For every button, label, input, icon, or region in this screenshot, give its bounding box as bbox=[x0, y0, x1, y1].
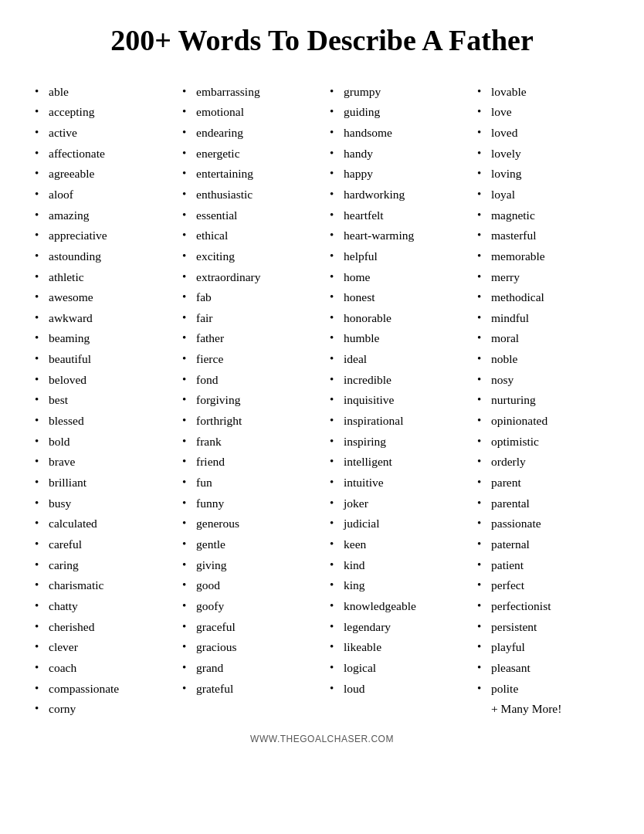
list-item: grumpy bbox=[330, 82, 462, 103]
list-item: coach bbox=[35, 658, 167, 679]
list-item: brilliant bbox=[35, 473, 167, 493]
column-1: ableacceptingactiveaffectionateagreeable… bbox=[31, 82, 171, 720]
list-item: affectionate bbox=[35, 144, 167, 164]
list-item: clever bbox=[35, 637, 167, 658]
list-item: incredible bbox=[330, 370, 462, 391]
list-item: noble bbox=[477, 349, 609, 370]
list-item: helpful bbox=[330, 246, 462, 267]
list-item: entertaining bbox=[182, 164, 314, 185]
list-item: ethical bbox=[182, 225, 314, 246]
list-item: passionate bbox=[477, 514, 609, 534]
list-item: corny bbox=[35, 699, 167, 720]
list-item: caring bbox=[35, 555, 167, 576]
list-item: energetic bbox=[182, 144, 314, 164]
list-item: emotional bbox=[182, 102, 314, 123]
list-item: nosy bbox=[477, 370, 609, 391]
list-item: nurturing bbox=[477, 390, 609, 411]
list-item: funny bbox=[182, 493, 314, 514]
list-item: heartfelt bbox=[330, 205, 462, 226]
list-item: happy bbox=[330, 164, 462, 185]
list-item: intuitive bbox=[330, 473, 462, 493]
word-list-4: lovablelovelovedlovelylovingloyalmagneti… bbox=[477, 82, 609, 700]
list-item: handy bbox=[330, 144, 462, 164]
list-item: heart-warming bbox=[330, 225, 462, 246]
list-item: gentle bbox=[182, 534, 314, 555]
list-item: pleasant bbox=[477, 658, 609, 679]
list-item: fierce bbox=[182, 349, 314, 370]
list-item: joker bbox=[330, 493, 462, 514]
list-item: parental bbox=[477, 493, 609, 514]
list-item: love bbox=[477, 102, 609, 123]
list-item: inspirational bbox=[330, 411, 462, 432]
list-item: lovely bbox=[477, 144, 609, 164]
list-item: loyal bbox=[477, 185, 609, 205]
list-item: legendary bbox=[330, 617, 462, 638]
list-item: hardworking bbox=[330, 185, 462, 205]
list-item: endearing bbox=[182, 123, 314, 144]
list-item: agreeable bbox=[35, 164, 167, 185]
list-item: grateful bbox=[182, 679, 314, 700]
list-item: able bbox=[35, 82, 167, 103]
list-item: patient bbox=[477, 555, 609, 576]
list-item: blessed bbox=[35, 411, 167, 432]
list-item: home bbox=[330, 267, 462, 288]
list-item: cherished bbox=[35, 617, 167, 638]
list-item: paternal bbox=[477, 534, 609, 555]
list-item: parent bbox=[477, 473, 609, 493]
list-item: fab bbox=[182, 287, 314, 308]
list-item: astounding bbox=[35, 246, 167, 267]
list-item: loved bbox=[477, 123, 609, 144]
list-item: charismatic bbox=[35, 575, 167, 596]
word-list-3: grumpyguidinghandsomehandyhappyhardworki… bbox=[330, 82, 462, 700]
list-item: bold bbox=[35, 432, 167, 453]
list-item: accepting bbox=[35, 102, 167, 123]
list-item: optimistic bbox=[477, 432, 609, 453]
list-item: perfect bbox=[477, 575, 609, 596]
list-item: keen bbox=[330, 534, 462, 555]
list-item: humble bbox=[330, 328, 462, 349]
more-note: + Many More! bbox=[477, 699, 609, 720]
list-item: brave bbox=[35, 452, 167, 473]
list-item: frank bbox=[182, 432, 314, 453]
list-item: beautiful bbox=[35, 349, 167, 370]
list-item: grand bbox=[182, 658, 314, 679]
list-item: extraordinary bbox=[182, 267, 314, 288]
list-item: chatty bbox=[35, 596, 167, 617]
list-item: athletic bbox=[35, 267, 167, 288]
list-item: kind bbox=[330, 555, 462, 576]
list-item: methodical bbox=[477, 287, 609, 308]
list-item: beloved bbox=[35, 370, 167, 391]
list-item: aloof bbox=[35, 185, 167, 205]
list-item: awesome bbox=[35, 287, 167, 308]
list-item: busy bbox=[35, 493, 167, 514]
list-item: enthusiastic bbox=[182, 185, 314, 205]
list-item: honorable bbox=[330, 308, 462, 329]
list-item: active bbox=[35, 123, 167, 144]
list-item: intelligent bbox=[330, 452, 462, 473]
list-item: careful bbox=[35, 534, 167, 555]
list-item: forthright bbox=[182, 411, 314, 432]
list-item: mindful bbox=[477, 308, 609, 329]
list-item: masterful bbox=[477, 225, 609, 246]
list-item: generous bbox=[182, 514, 314, 534]
list-item: fun bbox=[182, 473, 314, 493]
list-item: orderly bbox=[477, 452, 609, 473]
footer-url: WWW.THEGOALCHASER.COM bbox=[31, 734, 613, 744]
list-item: awkward bbox=[35, 308, 167, 329]
list-item: giving bbox=[182, 555, 314, 576]
list-item: friend bbox=[182, 452, 314, 473]
list-item: playful bbox=[477, 637, 609, 658]
list-item: fair bbox=[182, 308, 314, 329]
list-item: amazing bbox=[35, 205, 167, 226]
list-item: lovable bbox=[477, 82, 609, 103]
list-item: forgiving bbox=[182, 390, 314, 411]
list-item: essential bbox=[182, 205, 314, 226]
list-item: moral bbox=[477, 328, 609, 349]
list-item: polite bbox=[477, 679, 609, 700]
list-item: goofy bbox=[182, 596, 314, 617]
list-item: magnetic bbox=[477, 205, 609, 226]
column-4: lovablelovelovedlovelylovingloyalmagneti… bbox=[473, 82, 613, 720]
list-item: king bbox=[330, 575, 462, 596]
word-columns: ableacceptingactiveaffectionateagreeable… bbox=[31, 82, 613, 720]
list-item: logical bbox=[330, 658, 462, 679]
